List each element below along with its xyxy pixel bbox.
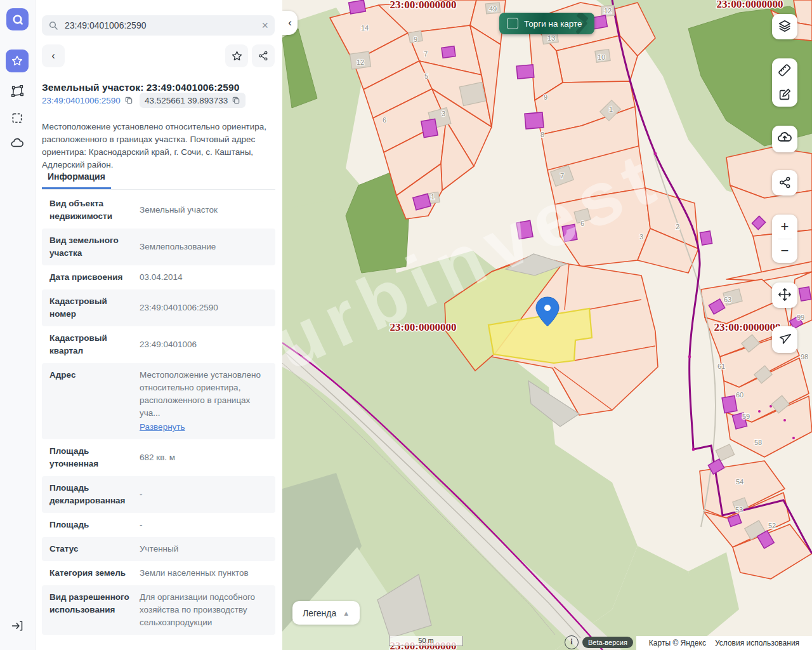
info-row-value: Землепользование [140, 241, 268, 253]
upload-button[interactable] [772, 126, 797, 150]
map-area[interactable]: 1491275361491213109187632639998616059585… [282, 0, 812, 650]
info-row-label: Вид разрешенного использования [49, 591, 132, 629]
pan-button[interactable] [772, 282, 797, 307]
info-row: Категория земельЗемли населенных пунктов [42, 561, 275, 585]
map-canvas[interactable]: 1491275361491213109187632639998616059585… [282, 0, 812, 650]
tab-information[interactable]: Информация [42, 168, 111, 189]
share-button[interactable] [252, 44, 275, 67]
copy-icon[interactable] [232, 96, 240, 105]
search-icon [48, 20, 58, 30]
cadastral-quarter-label: 23:00:0000000 [714, 321, 781, 333]
beta-badge: Beta-версия [582, 637, 633, 648]
info-row-value: Учтенный [140, 543, 268, 555]
parcel-number-label: 53 [735, 506, 743, 514]
info-row-value: 23:49:0401006 [140, 338, 268, 351]
parcel-number-label: 7 [424, 50, 428, 58]
pan-control [772, 282, 797, 308]
parcel-number-label: 1 [431, 193, 435, 201]
parcel-number-label: 3 [442, 110, 445, 117]
cadastral-quarter-label: 23:00:0000000 [390, 321, 457, 333]
clear-search-icon[interactable]: × [261, 20, 268, 31]
parcel-number-label: 99 [797, 314, 804, 321]
panel-header: ‹ [42, 44, 275, 67]
info-row-value: Для организации подсобного хозяйства по … [140, 591, 268, 629]
parcel-number-label: 98 [801, 353, 808, 361]
parcel-number-label: 9 [414, 36, 417, 43]
selection-area-icon [11, 112, 23, 124]
copy-icon[interactable] [124, 96, 133, 105]
sidebar-item-select-area[interactable] [6, 107, 29, 129]
sidebar-item-cloud[interactable] [6, 132, 29, 155]
info-row-value: Местоположение установлено относительно … [140, 369, 268, 434]
info-icon[interactable]: i [565, 635, 579, 649]
scale-label: 50 m [418, 637, 433, 644]
info-row-label: Вид земельного участка [49, 234, 132, 260]
parcel-number-label: 6 [383, 116, 386, 124]
share-map-button[interactable] [772, 170, 797, 194]
info-row-label: Кадастровый квартал [49, 332, 132, 357]
zoom-in-button[interactable]: + [772, 215, 797, 239]
chips-row: 23:49:0401006:2590 43.525661 39.893733 [42, 93, 246, 108]
back-button[interactable]: ‹ [42, 44, 65, 67]
cloud-upload-icon [777, 130, 792, 145]
sidebar-item-favorites[interactable] [6, 50, 29, 72]
parcel-number-label: 61 [717, 362, 725, 370]
yandex-copyright-link[interactable]: Карты © Яндекс [649, 639, 706, 647]
login-arrow-icon [11, 620, 23, 632]
expand-address-link[interactable]: Развернуть [140, 421, 185, 434]
scale-bar: 50 m [389, 636, 463, 646]
edit-button[interactable] [772, 83, 797, 107]
chevron-up-icon: ▲ [343, 609, 350, 617]
coordinates-chip[interactable]: 43.525661 39.893733 [140, 93, 246, 108]
search-input[interactable] [63, 20, 256, 31]
locate-control [772, 326, 797, 353]
back-icon: ‹ [51, 50, 55, 62]
upload-control [772, 126, 797, 152]
app-logo[interactable] [6, 8, 29, 30]
auctions-toggle[interactable]: Торги на карте [499, 13, 594, 34]
polygon-tool-icon [11, 84, 24, 98]
info-row: Кадастровый номер23:49:0401006:2590 [42, 289, 275, 326]
auctions-checkbox[interactable] [507, 18, 518, 29]
edit-icon [778, 88, 792, 102]
legend-button[interactable]: Легенда ▲ [292, 601, 360, 625]
info-row-label: Кадастровый номер [49, 295, 132, 321]
parcel-number-label: 14 [361, 24, 369, 32]
info-table: Вид объекта недвижимостиЗемельный участо… [42, 192, 275, 635]
layers-icon [778, 19, 792, 33]
location-description: Местоположение установлено относительно … [42, 121, 274, 171]
legend-label: Легенда [303, 608, 336, 618]
info-row-label: Площадь [49, 519, 132, 531]
terms-of-use-link[interactable]: Условия использования [715, 639, 799, 647]
zoom-controls: + − [772, 215, 797, 263]
cadastral-number-chip[interactable]: 23:49:0401006:2590 [42, 93, 133, 108]
info-row-value: Земельный участок [140, 204, 268, 216]
parcel-number-label: 12 [357, 58, 364, 66]
parcel-number-label: 7 [560, 172, 564, 180]
search-bar[interactable]: × [42, 15, 275, 36]
favorite-button[interactable] [225, 44, 248, 67]
parcel-number-label: 5 [424, 72, 428, 80]
parcel-number-label: 8 [540, 131, 544, 138]
map-attribution: Карты © Яндекс Условия использования [636, 636, 812, 650]
measure-button[interactable] [772, 58, 797, 83]
sidebar-item-login[interactable] [6, 614, 29, 637]
gavel-icon [568, 13, 594, 34]
info-row: АдресМестоположение установлено относите… [42, 363, 275, 439]
parcel-number-label: 60 [736, 391, 743, 399]
cadastral-quarter-label: 23:00:0000000 [390, 0, 457, 11]
parcel-number-label: 63 [724, 296, 731, 303]
sidebar-item-polygon-tool[interactable] [6, 79, 29, 102]
page-title: Земельный участок: 23:49:0401006:2590 [42, 82, 275, 93]
parcel-number-label: 58 [754, 439, 762, 446]
info-row-label: Статус [49, 543, 132, 555]
zoom-out-button[interactable]: − [772, 239, 797, 263]
layers-control [772, 14, 797, 39]
icon-rail [0, 0, 36, 650]
my-location-button[interactable] [772, 326, 797, 350]
layers-button[interactable] [772, 14, 797, 38]
info-row: Площадь уточненная682 кв. м [42, 439, 275, 476]
parcel-number-label: 59 [742, 413, 750, 420]
collapse-panel-button[interactable]: ‹ [282, 11, 298, 35]
parcel-number-label: 3 [639, 233, 643, 241]
